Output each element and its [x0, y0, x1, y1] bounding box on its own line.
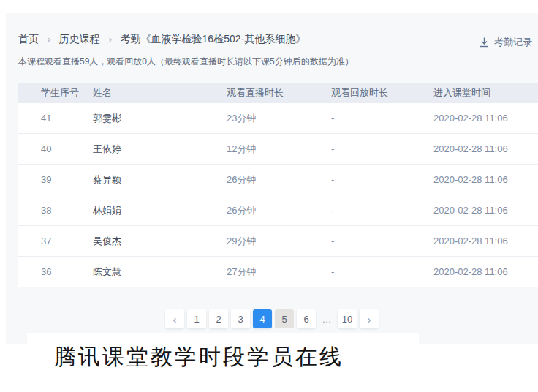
- table-header-row: 学生序号 姓名 观看直播时长 观看回放时长 进入课堂时间: [18, 83, 538, 103]
- cell-enter-time: 2020-02-28 11:06: [433, 205, 538, 216]
- cell-name: 蔡异颖: [93, 173, 227, 186]
- pagination-prev-icon[interactable]: ‹: [165, 309, 184, 328]
- pagination-ellipsis-icon: …: [319, 309, 335, 328]
- cell-live-duration: 27分钟: [227, 265, 331, 279]
- pagination-page-10[interactable]: 10: [338, 309, 357, 328]
- header-name: 姓名: [93, 86, 227, 99]
- pagination: ‹ 1 2 3 4 5 6 … 10 ›: [6, 309, 538, 328]
- table-row: 40 王依婷 12分钟 - 2020-02-28 11:06: [18, 134, 538, 165]
- cell-replay-duration: -: [331, 205, 433, 216]
- pagination-next-icon[interactable]: ›: [360, 309, 379, 328]
- breadcrumb-separator-icon: ›: [109, 34, 112, 45]
- cell-enter-time: 2020-02-28 11:06: [433, 174, 538, 185]
- breadcrumb-history-courses[interactable]: 历史课程: [59, 33, 100, 45]
- cell-enter-time: 2020-02-28 11:06: [433, 235, 538, 246]
- cell-replay-duration: -: [331, 113, 433, 124]
- figure-caption: 腾讯课堂教学时段学员在线: [54, 342, 344, 372]
- cell-live-duration: 23分钟: [227, 112, 331, 125]
- header-replay-duration: 观看回放时长: [331, 86, 433, 99]
- cell-name: 林娟娟: [93, 204, 227, 217]
- header-student-seq: 学生序号: [41, 86, 93, 99]
- table-row: 41 郭雯彬 23分钟 - 2020-02-28 11:06: [18, 103, 538, 134]
- document-page: { "breadcrumb": { "separator": "›", "ite…: [0, 0, 538, 392]
- cell-live-duration: 26分钟: [227, 204, 331, 217]
- table-row: 39 蔡异颖 26分钟 - 2020-02-28 11:06: [18, 165, 538, 195]
- cell-name: 吴俊杰: [93, 235, 227, 248]
- cell-name: 陈文慧: [93, 265, 227, 279]
- table-row: 38 林娟娟 26分钟 - 2020-02-28 11:06: [18, 195, 538, 226]
- download-link-label: 考勤记录: [494, 36, 532, 49]
- cell-live-duration: 29分钟: [227, 235, 331, 248]
- table-row: 37 吴俊杰 29分钟 - 2020-02-28 11:06: [18, 226, 538, 257]
- attendance-panel: 首页 › 历史课程 › 考勤《血液学检验16检502-其他系细胞》 考勤记录 本…: [6, 13, 538, 344]
- pagination-page-5[interactable]: 5: [275, 309, 294, 328]
- pagination-page-6[interactable]: 6: [297, 309, 316, 328]
- header-live-duration: 观看直播时长: [227, 86, 331, 99]
- cell-enter-time: 2020-02-28 11:06: [433, 266, 538, 277]
- cell-replay-duration: -: [331, 174, 433, 185]
- course-watch-summary: 本课程观看直播59人，观看回放0人（最终观看直播时长请以下课5分钟后的数据为准）: [18, 56, 354, 68]
- cell-replay-duration: -: [331, 143, 433, 154]
- cell-enter-time: 2020-02-28 11:06: [433, 113, 538, 124]
- table-row: 36 陈文慧 27分钟 - 2020-02-28 11:06: [18, 257, 538, 287]
- attendance-table: 学生序号 姓名 观看直播时长 观看回放时长 进入课堂时间 41 郭雯彬 23分钟…: [18, 83, 538, 287]
- cell-student-seq: 37: [41, 235, 93, 246]
- cell-student-seq: 39: [41, 174, 93, 185]
- cell-replay-duration: -: [331, 235, 433, 246]
- header-enter-time: 进入课堂时间: [433, 86, 538, 99]
- cell-student-seq: 38: [41, 205, 93, 216]
- cell-name: 郭雯彬: [93, 112, 227, 125]
- cell-name: 王依婷: [93, 143, 227, 156]
- breadcrumb-current-course: 考勤《血液学检验16检502-其他系细胞》: [121, 33, 306, 45]
- cell-student-seq: 36: [41, 266, 93, 277]
- cell-replay-duration: -: [331, 266, 433, 277]
- cell-enter-time: 2020-02-28 11:06: [433, 143, 538, 154]
- breadcrumb-separator-icon: ›: [48, 34, 50, 45]
- pagination-page-3[interactable]: 3: [231, 309, 250, 328]
- breadcrumb: 首页 › 历史课程 › 考勤《血液学检验16检502-其他系细胞》: [18, 33, 306, 46]
- cell-student-seq: 41: [41, 113, 93, 124]
- pagination-page-2[interactable]: 2: [209, 309, 228, 328]
- download-icon: [480, 37, 489, 48]
- download-attendance-link[interactable]: 考勤记录: [480, 36, 532, 49]
- breadcrumb-home[interactable]: 首页: [18, 33, 39, 45]
- pagination-page-1[interactable]: 1: [187, 309, 206, 328]
- pagination-page-4-active[interactable]: 4: [253, 309, 272, 328]
- cell-student-seq: 40: [41, 143, 93, 154]
- cell-live-duration: 26分钟: [227, 173, 331, 186]
- cell-live-duration: 12分钟: [227, 143, 331, 156]
